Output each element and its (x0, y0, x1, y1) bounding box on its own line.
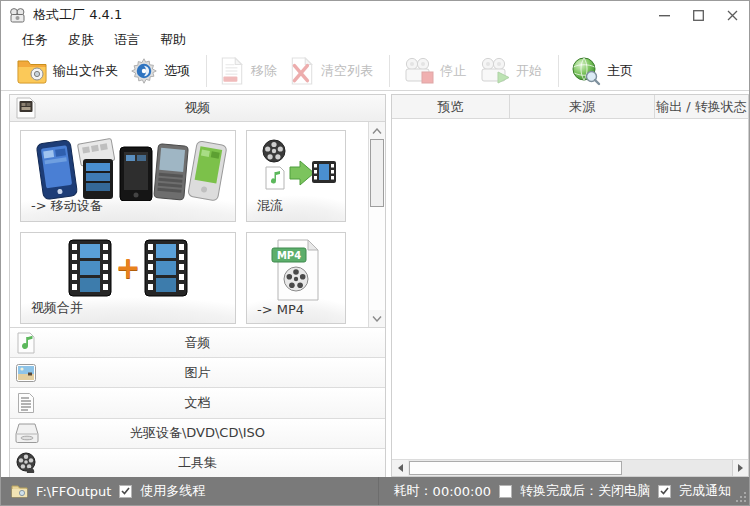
multithread-label: 使用多线程 (140, 482, 205, 500)
mux-art (247, 137, 345, 199)
stop-button[interactable]: 停止 (398, 55, 474, 87)
section-disc-device-label: 光驱设备\DVD\CD\ISO (10, 424, 385, 442)
app-logo-icon (9, 8, 26, 23)
section-disc-device[interactable]: 光驱设备\DVD\CD\ISO (10, 419, 385, 449)
scroll-right-arrow[interactable] (732, 460, 748, 476)
notify-done-checkbox[interactable] (658, 485, 671, 498)
status-bar: F:\FFOutput 使用多线程 耗时： 00:00:00 转换完成后：关闭电… (1, 477, 749, 505)
notify-done-label: 完成通知 (679, 482, 731, 500)
task-list-panel: 预览 来源 输出 / 转换状态 (391, 94, 749, 477)
section-video[interactable]: 视频 (10, 95, 385, 122)
column-output-status[interactable]: 输出 / 转换状态 (655, 95, 748, 118)
tile-to-mp4[interactable]: MP4 -> MP4 (246, 232, 346, 324)
tile-mux[interactable]: 混流 (246, 130, 346, 222)
section-toolset-label: 工具集 (10, 454, 385, 472)
tile-mux-label: 混流 (257, 197, 283, 215)
start-camera-icon (478, 57, 510, 85)
scroll-thumb[interactable] (409, 461, 622, 475)
mp4-art: MP4 (247, 239, 345, 301)
section-toolset[interactable]: 工具集 (10, 449, 385, 478)
stop-label: 停止 (440, 62, 466, 80)
section-audio[interactable]: 音频 (10, 328, 385, 358)
scroll-down-arrow[interactable] (369, 310, 385, 327)
start-label: 开始 (516, 62, 542, 80)
clear-list-icon (289, 57, 315, 85)
output-path-text: F:\FFOutput (36, 484, 111, 499)
app-window: 格式工厂 4.4.1 任务 皮肤 语言 帮助 输出文件夹 (0, 0, 750, 506)
resize-grip[interactable] (735, 491, 747, 503)
clear-list-button[interactable]: 清空列表 (285, 55, 381, 87)
output-folder-label: 输出文件夹 (53, 62, 118, 80)
mp4-badge-text: MP4 (277, 250, 301, 261)
section-audio-label: 音频 (10, 334, 385, 352)
options-button[interactable]: 选项 (126, 55, 198, 87)
options-label: 选项 (164, 62, 190, 80)
remove-button[interactable]: 移除 (215, 55, 285, 87)
tile-video-join-label: 视频合并 (31, 299, 83, 317)
video-tiles-area: -> 移动设备 (10, 122, 385, 327)
shutdown-after-checkbox[interactable] (499, 485, 512, 498)
multithread-checkbox[interactable] (119, 485, 132, 498)
tile-to-mobile-device[interactable]: -> 移动设备 (20, 130, 236, 222)
title-bar: 格式工厂 4.4.1 (1, 1, 749, 29)
minimize-button[interactable] (647, 1, 681, 29)
status-right-pane: 耗时： 00:00:00 转换完成后：关闭电脑 完成通知 (379, 482, 749, 500)
scroll-thumb[interactable] (370, 139, 384, 207)
toolbar: 输出文件夹 选项 移除 (1, 51, 749, 91)
toolbar-separator (558, 55, 559, 87)
window-title: 格式工厂 4.4.1 (33, 6, 122, 24)
plus-icon: + (115, 240, 140, 296)
tile-video-join[interactable]: + 视频合并 (20, 232, 236, 324)
section-picture[interactable]: 图片 (10, 358, 385, 388)
category-panel: 视频 -> 移动设备 (9, 94, 386, 479)
tile-to-mp4-label: -> MP4 (257, 302, 304, 317)
tile-to-mobile-device-label: -> 移动设备 (31, 197, 103, 215)
task-list-body[interactable] (392, 119, 748, 459)
start-button[interactable]: 开始 (474, 55, 550, 87)
tiles-vertical-scrollbar[interactable] (368, 122, 385, 327)
output-folder-button[interactable]: 输出文件夹 (13, 56, 126, 86)
column-preview[interactable]: 预览 (392, 95, 510, 118)
column-source[interactable]: 来源 (510, 95, 655, 118)
menu-help[interactable]: 帮助 (150, 29, 196, 51)
output-folder-icon (17, 58, 47, 84)
elapsed-time-label: 耗时： (394, 482, 433, 500)
section-document[interactable]: 文档 (10, 388, 385, 418)
shutdown-after-label: 转换完成后：关闭电脑 (520, 482, 650, 500)
menu-task[interactable]: 任务 (12, 29, 58, 51)
maximize-button[interactable] (681, 1, 715, 29)
stop-camera-icon (402, 57, 434, 85)
homepage-label: 主页 (607, 62, 633, 80)
output-path-folder-icon (11, 484, 28, 498)
close-button[interactable] (715, 1, 749, 29)
toolbar-separator (389, 55, 390, 87)
status-left-pane: F:\FFOutput 使用多线程 (1, 477, 379, 505)
elapsed-time-value: 00:00:00 (433, 484, 491, 499)
section-video-label: 视频 (10, 99, 385, 117)
scroll-left-arrow[interactable] (392, 460, 408, 476)
section-picture-label: 图片 (10, 364, 385, 382)
scroll-up-arrow[interactable] (369, 122, 385, 139)
homepage-button[interactable]: 主页 (567, 54, 641, 88)
clear-list-label: 清空列表 (321, 62, 373, 80)
remove-label: 移除 (251, 62, 277, 80)
video-join-art: + (21, 239, 235, 297)
mobile-devices-art (21, 137, 235, 201)
homepage-globe-icon (571, 56, 601, 86)
section-document-label: 文档 (10, 394, 385, 412)
options-gear-icon (130, 57, 158, 85)
section-list: 音频 图片 文档 (10, 327, 385, 478)
toolbar-separator (206, 55, 207, 87)
menu-bar: 任务 皮肤 语言 帮助 (1, 29, 749, 51)
task-list-header: 预览 来源 输出 / 转换状态 (392, 95, 748, 119)
menu-skin[interactable]: 皮肤 (58, 29, 104, 51)
menu-language[interactable]: 语言 (104, 29, 150, 51)
remove-item-icon (219, 57, 245, 85)
task-list-horizontal-scrollbar[interactable] (392, 459, 748, 476)
